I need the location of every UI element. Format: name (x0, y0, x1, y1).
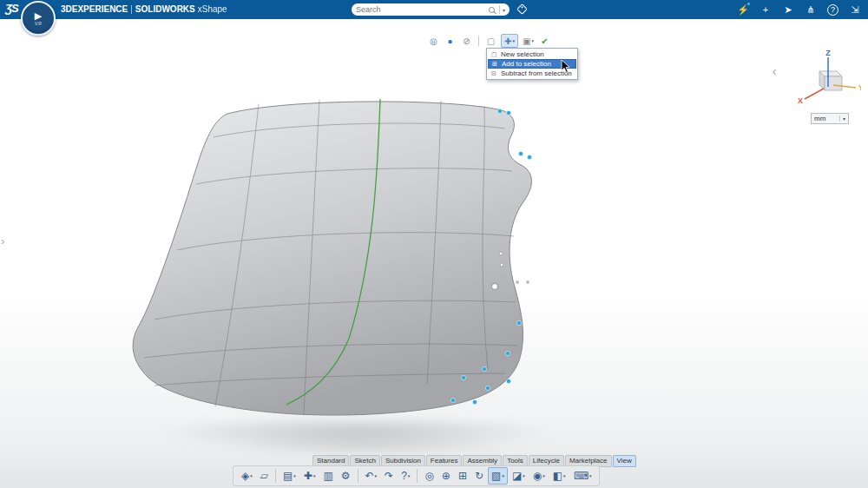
units-caret-icon: ▾ (839, 115, 845, 122)
pan-button[interactable]: ⊕ (438, 467, 454, 485)
selection-mode-icon: ✚ (504, 36, 511, 46)
lasso-select-icon: ▣ (523, 36, 530, 46)
tag-icon[interactable] (516, 3, 528, 15)
caret-icon: ▾ (542, 473, 545, 478)
view-compass-icon: ◈ (241, 471, 249, 481)
caret-icon: ▾ (375, 473, 378, 478)
pan-icon: ⊕ (442, 471, 450, 481)
share-icon[interactable]: ➤ (782, 3, 794, 16)
toolbar-separator (478, 36, 479, 46)
menu-item-new-selection[interactable]: ▢ New selection (488, 49, 576, 59)
view-triad[interactable]: Z Y X (795, 49, 861, 106)
brand-name: 3DEXPERIENCE (61, 4, 128, 14)
search-scope-caret-icon[interactable]: ▾ (503, 7, 505, 13)
toolbar-separator (417, 469, 418, 483)
insert-icon: ✚ (304, 471, 312, 481)
add-content-icon[interactable]: + (760, 3, 772, 16)
collapse-panel-right-icon[interactable]: ‹ (767, 63, 781, 80)
selection-mode-caret-icon: ▾ (512, 38, 515, 43)
lasso-select-button[interactable]: ▣ ▾ (522, 34, 535, 48)
caret-icon: ▾ (563, 473, 566, 478)
app-name: SOLIDWORKS (135, 4, 195, 14)
model-shadow (156, 415, 556, 457)
search-icon[interactable] (489, 7, 495, 13)
caret-icon: ▾ (502, 473, 504, 478)
display-style-button[interactable]: ◪▾ (509, 467, 529, 485)
compass-play-icon: ▶ (35, 11, 42, 20)
section-view-button[interactable]: ◧▾ (549, 467, 569, 485)
caret-icon: ▾ (408, 473, 411, 478)
titlebar: ƷS 3DEXPERIENCE|SOLIDWORKSxShape ▾ ⚡ + ➤… (0, 0, 868, 19)
seat-model[interactable] (113, 87, 556, 460)
search-divider (499, 5, 500, 14)
options-button[interactable]: ⚙ (338, 467, 354, 485)
box-select-icon[interactable]: ▢ (484, 34, 497, 48)
search-bar[interactable]: ▾ (352, 3, 510, 16)
toolbar-separator (275, 469, 276, 483)
action-bar: ◈▾ ▱ ▤▾ ✚▾ ▥ ⚙ ↶▾ ↷ ?▾ ◎ ⊕ ⊞ ↻ ▧▾ ◪▾ ◉▾ … (233, 465, 600, 486)
save-button[interactable]: ▤▾ (279, 467, 299, 485)
accept-icon[interactable]: ✔ (538, 34, 551, 48)
compass-label: V.R (35, 21, 42, 26)
collapse-window-icon[interactable]: ⇲ (849, 3, 861, 16)
search-input[interactable] (356, 5, 487, 14)
selection-toolbar: ◎ ● ⊘ ▢ ✚ ▾ ▣ ▾ ✔ (427, 34, 551, 48)
rotate-view-button[interactable]: ↻ (471, 467, 487, 485)
tab-view[interactable]: View (613, 455, 636, 467)
caret-icon: ▾ (293, 473, 296, 478)
zoom-fit-button[interactable]: ◎ (421, 467, 437, 485)
undo-icon: ↶ (365, 471, 374, 481)
community-icon[interactable]: ⋔ (805, 3, 817, 16)
gear-icon: ⚙ (341, 471, 351, 481)
axis-y-label: Y (858, 83, 861, 92)
shortcuts-button[interactable]: ⌨▾ (570, 467, 595, 485)
graphics-area[interactable]: ◎ ● ⊘ ▢ ✚ ▾ ▣ ▾ ✔ ▢ New selection ⊞ Add (0, 19, 868, 488)
select-through-icon[interactable]: ● (444, 34, 457, 48)
display-filter-icon[interactable]: ◎ (427, 34, 440, 48)
axis-z-label: Z (825, 49, 831, 57)
units-value: mm (814, 115, 839, 122)
caret-icon: ▾ (523, 473, 525, 478)
product-name: xShape (198, 4, 227, 14)
zoom-area-icon: ⊞ (458, 471, 467, 481)
view-orientation-icon: ▧ (491, 471, 501, 481)
caret-icon: ▾ (250, 473, 253, 478)
sketch-plane-button[interactable]: ▱ (257, 467, 272, 485)
section-view-icon: ◧ (553, 471, 562, 481)
subtract-from-selection-icon: ⊟ (490, 70, 497, 77)
notifications-icon[interactable]: ⚡ (737, 3, 749, 16)
evaluate-icon: ▥ (323, 471, 332, 481)
view-orientation-button[interactable]: ▧▾ (488, 467, 508, 485)
menu-item-label: New selection (501, 50, 544, 58)
keyboard-icon: ⌨ (574, 471, 589, 481)
lasso-select-caret-icon: ▾ (531, 38, 534, 43)
redo-icon: ↷ (385, 471, 393, 481)
titlebar-actions: ⚡ + ➤ ⋔ ? ⇲ (737, 0, 861, 19)
units-dropdown[interactable]: mm ▾ (811, 113, 849, 124)
clear-filters-icon[interactable]: ⊘ (460, 34, 473, 48)
selection-mode-button[interactable]: ✚ ▾ (501, 34, 518, 48)
sketch-plane-icon: ▱ (260, 471, 268, 481)
help-button[interactable]: ?▾ (398, 467, 413, 485)
new-selection-icon: ▢ (490, 51, 497, 58)
display-style-icon: ◪ (512, 471, 522, 481)
toolbar-separator (358, 469, 358, 483)
view-compass-button[interactable]: ◈▾ (238, 467, 256, 485)
dassault-logo[interactable]: ƷS (5, 2, 18, 15)
save-icon: ▤ (283, 471, 293, 481)
add-to-selection-icon: ⊞ (491, 61, 498, 68)
expand-panel-left-icon[interactable]: › (1, 234, 4, 247)
redo-button[interactable]: ↷ (381, 467, 397, 485)
help-icon[interactable]: ? (827, 4, 838, 16)
menu-item-label: Add to selection (502, 60, 551, 68)
insert-button[interactable]: ✚▾ (300, 467, 319, 485)
undo-button[interactable]: ↶▾ (362, 467, 381, 485)
3dexperience-compass[interactable]: ▶ V.R (21, 1, 56, 36)
evaluate-button[interactable]: ▥ (319, 467, 336, 485)
help-icon: ? (401, 471, 407, 481)
zoom-area-button[interactable]: ⊞ (455, 467, 470, 485)
app-title: 3DEXPERIENCE|SOLIDWORKSxShape (61, 4, 227, 14)
hide-show-button[interactable]: ◉▾ (529, 467, 549, 485)
notification-badge (746, 2, 751, 6)
hide-show-icon: ◉ (533, 471, 542, 481)
